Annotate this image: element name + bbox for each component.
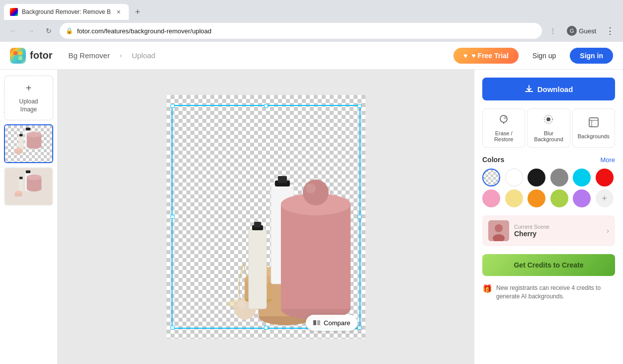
browser-chrome: Background Remover: Remove B ✕ + ← → ↻ 🔒… (0, 0, 623, 42)
canvas-image[interactable]: ↺ + (167, 95, 365, 339)
color-add-button[interactable]: + (596, 189, 614, 207)
color-swatch-green[interactable] (550, 189, 568, 207)
erase-restore-button[interactable]: Erase /Restore (482, 108, 525, 148)
svg-rect-43 (317, 320, 320, 325)
profile-button[interactable]: G Guest (563, 24, 600, 38)
blur-background-button[interactable]: BlurBackground (527, 108, 570, 148)
colors-grid: + (482, 169, 615, 207)
sign-up-label: Sign up (533, 52, 556, 60)
heart-icon: ♥ (463, 52, 467, 60)
selection-border (172, 105, 360, 329)
color-swatch-black[interactable] (528, 169, 545, 186)
browser-controls: ← → ↻ 🔒 fotor.com/features/background-re… (0, 20, 623, 42)
main-layout: + UploadImage (0, 70, 623, 364)
mid-handle-left[interactable] (171, 215, 175, 219)
canvas-area: ↺ + Compare (58, 70, 474, 364)
compare-button[interactable]: Compare (306, 315, 357, 331)
forward-button[interactable]: → (24, 24, 38, 38)
svg-rect-3 (18, 56, 22, 60)
corner-handle-br[interactable] (357, 326, 361, 330)
app-header: fotor Bg Remover › Upload ♥ ♥ Free Trial… (0, 42, 623, 70)
sign-in-button[interactable]: Sign in (570, 48, 613, 64)
colors-more-link[interactable]: More (600, 156, 615, 164)
upload-label: UploadImage (19, 98, 38, 113)
free-trial-label: ♥ Free Trial (471, 52, 508, 60)
profile-avatar: G (567, 26, 577, 36)
sign-up-button[interactable]: Sign up (527, 48, 562, 64)
back-button[interactable]: ← (6, 24, 20, 38)
backgrounds-button[interactable]: Backgrounds (572, 108, 615, 148)
svg-rect-42 (313, 320, 316, 325)
app-name-breadcrumb: Bg Remover (69, 51, 110, 60)
color-swatch-purple[interactable] (573, 189, 591, 207)
tools-row: Erase /Restore BlurBackground (482, 108, 615, 148)
color-swatch-pink[interactable] (482, 189, 500, 207)
svg-rect-6 (18, 135, 23, 149)
thumbnail-1[interactable] (4, 124, 53, 163)
breadcrumb-upload: Upload (132, 51, 156, 60)
download-button[interactable]: Download (482, 78, 615, 100)
reload-button[interactable]: ↻ (42, 24, 56, 38)
colors-grid-wrapper: + (482, 169, 615, 207)
color-swatch-yellow[interactable] (505, 189, 523, 207)
svg-point-21 (15, 190, 22, 193)
blur-icon (543, 114, 554, 127)
thumbnail-2[interactable] (4, 167, 53, 206)
credits-note: 🎁 New registrants can receive 4 credits … (482, 284, 615, 301)
get-credits-button[interactable]: Get Credits to Create (482, 254, 615, 276)
color-swatch-gray[interactable] (550, 169, 568, 186)
blur-background-label: BlurBackground (534, 130, 563, 142)
browser-menu-button[interactable]: ⋮ (603, 24, 617, 38)
scene-info: Current Scene Cherry (514, 224, 602, 238)
upload-image-button[interactable]: + UploadImage (4, 76, 53, 120)
lock-icon: 🔒 (66, 27, 73, 34)
svg-rect-14 (26, 171, 30, 174)
corner-handle-tr[interactable] (357, 104, 361, 108)
compare-icon (313, 319, 321, 327)
left-sidebar: + UploadImage (0, 70, 58, 364)
svg-point-19 (27, 175, 42, 180)
color-swatch-cyan[interactable] (573, 169, 591, 186)
svg-point-12 (15, 148, 22, 151)
logo: fotor (10, 48, 53, 64)
svg-rect-16 (19, 177, 22, 180)
tab-favicon (10, 8, 18, 16)
color-swatch-transparent[interactable] (482, 169, 500, 186)
url-text: fotor.com/features/background-remover/up… (77, 27, 536, 35)
mid-handle-bottom[interactable] (264, 326, 268, 330)
current-scene[interactable]: Current Scene Cherry › (482, 215, 615, 246)
tab-close-button[interactable]: ✕ (115, 8, 123, 16)
svg-rect-1 (18, 51, 22, 55)
extensions-button[interactable]: ⋮ (546, 24, 560, 38)
svg-rect-15 (18, 178, 23, 192)
erase-icon (498, 114, 509, 127)
colors-title: Colors (482, 156, 504, 164)
active-tab[interactable]: Background Remover: Remove B ✕ (4, 4, 129, 20)
mid-handle-top[interactable] (264, 104, 268, 108)
corner-handle-tl[interactable] (171, 104, 175, 108)
new-tab-button[interactable]: + (131, 5, 145, 19)
scene-thumbnail (488, 220, 509, 241)
scene-name: Cherry (514, 230, 602, 238)
mid-handle-right[interactable] (357, 215, 361, 219)
svg-line-53 (589, 118, 598, 127)
color-swatch-red[interactable] (596, 169, 614, 186)
svg-rect-2 (13, 56, 17, 60)
color-swatch-orange[interactable] (528, 189, 545, 207)
download-label: Download (537, 85, 573, 93)
svg-point-10 (27, 132, 42, 137)
colors-section: Colors More (482, 156, 615, 207)
erase-restore-label: Erase /Restore (494, 130, 514, 142)
color-swatch-white[interactable] (505, 169, 523, 186)
sign-in-label: Sign in (580, 52, 603, 60)
svg-point-45 (504, 116, 507, 119)
plus-icon: + (26, 83, 32, 94)
gift-icon: 🎁 (482, 284, 492, 293)
scene-arrow-icon: › (607, 227, 609, 235)
svg-rect-7 (19, 134, 22, 137)
corner-handle-bl[interactable] (171, 326, 175, 330)
address-bar[interactable]: 🔒 fotor.com/features/background-remover/… (60, 23, 542, 39)
canvas-wrapper: ↺ + Compare (167, 95, 365, 339)
tab-bar: Background Remover: Remove B ✕ + (0, 0, 623, 20)
free-trial-button[interactable]: ♥ ♥ Free Trial (453, 48, 519, 64)
